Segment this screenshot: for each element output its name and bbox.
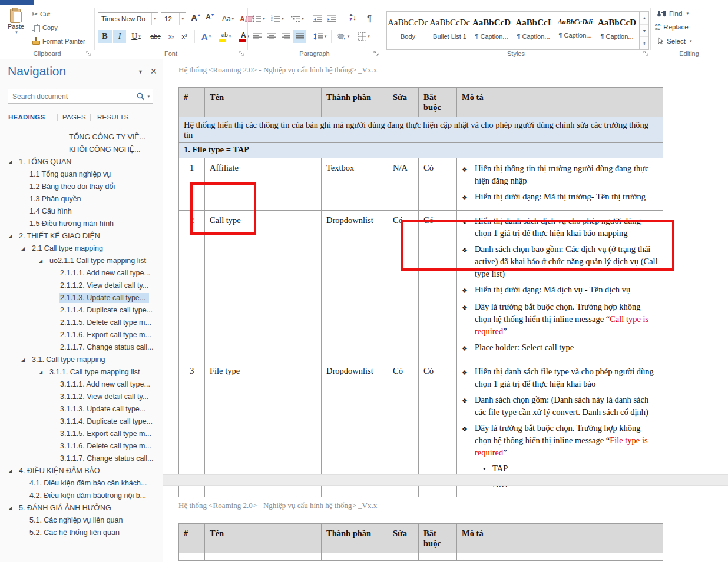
nav-tree-item[interactable]: 3.1.1.4. Duplicate call type...: [0, 415, 163, 428]
collapse-arrow-icon[interactable]: ◢: [39, 366, 42, 378]
style-item[interactable]: AaBbCcDcBullet List 1: [429, 12, 471, 49]
nav-tree-item[interactable]: ◢uo2.1.1 Call type mapping list: [0, 255, 163, 267]
nav-tree-item[interactable]: 3.1.1.1. Add new call type...: [0, 378, 163, 391]
line-spacing-button[interactable]: ▾: [311, 30, 329, 43]
pilcrow-button[interactable]: ¶: [363, 11, 376, 24]
nav-tree-item[interactable]: 2.1.1.2. View detail call ty...: [0, 280, 163, 292]
nav-tree-item[interactable]: 5.1. Các nghiệp vụ liên quan: [0, 514, 163, 527]
collapse-arrow-icon[interactable]: ◢: [8, 230, 12, 242]
search-options-arrow-icon[interactable]: ▾: [147, 94, 150, 99]
paste-dropdown-arrow-icon[interactable]: ▾: [15, 30, 18, 35]
text-highlight-button[interactable]: ab ▾: [217, 30, 236, 43]
bold-button[interactable]: B: [98, 30, 112, 43]
nav-tree-item[interactable]: 2.1.1.4. Duplicate call type...: [0, 304, 163, 317]
nav-tree-item[interactable]: ◢2. THIẾT KẾ GIAO DIỆN: [0, 230, 163, 242]
collapse-arrow-icon[interactable]: ◢: [21, 242, 25, 255]
underline-button[interactable]: U▾: [127, 30, 145, 43]
change-case-button[interactable]: Aa▾: [219, 12, 237, 25]
document-area[interactable]: Hệ thống <Roaming 2.0> - Nghiệp vụ cấu h…: [163, 59, 728, 562]
shading-button[interactable]: ▾: [333, 30, 352, 43]
tab-headings[interactable]: HEADINGS: [8, 114, 45, 121]
italic-button[interactable]: I: [113, 30, 126, 43]
sort-button[interactable]: AZ ↓: [345, 11, 361, 24]
style-item[interactable]: AaBbCcDcBody: [387, 12, 429, 49]
align-center-button[interactable]: [265, 30, 278, 43]
nav-tree-item[interactable]: ◢3.1.1. Call type mapping list: [0, 366, 163, 378]
nav-tree-item[interactable]: 1.2 Bảng theo dõi thay đổi: [0, 181, 163, 193]
collapse-arrow-icon[interactable]: ◢: [8, 502, 12, 514]
nav-tree-item[interactable]: ◢5. ĐÁNH GIÁ ẢNH HƯỞNG: [0, 502, 163, 514]
tab-pages[interactable]: PAGES: [62, 114, 86, 121]
nav-tree-item[interactable]: TỔNG CÔNG TY VIỄ...: [0, 131, 163, 144]
grow-font-button[interactable]: A▲: [190, 12, 203, 25]
nav-tree-item[interactable]: 2.1.1.6. Export call type m...: [0, 329, 163, 341]
collapse-arrow-icon[interactable]: ◢: [8, 156, 12, 168]
tab-results[interactable]: RESULTS: [97, 114, 129, 121]
style-item[interactable]: AaBbCcD¶ Caption...: [596, 12, 638, 49]
nav-tree-item[interactable]: 1.4 Cấu hình: [0, 205, 163, 218]
collapse-arrow-icon[interactable]: ◢: [8, 465, 12, 477]
cut-button[interactable]: ✂ Cut: [32, 10, 50, 18]
font-size-combobox[interactable]: 12 ▾: [161, 12, 186, 25]
style-item[interactable]: AaBbCcDdi¶ Caption...: [554, 12, 596, 49]
styles-scroll-down-icon[interactable]: ▼: [640, 25, 648, 38]
align-left-button[interactable]: [251, 30, 264, 43]
search-icon[interactable]: [137, 92, 145, 101]
nav-tree-item[interactable]: 1.3 Phân quyền: [0, 193, 163, 205]
copy-button[interactable]: Copy: [32, 24, 58, 31]
search-document-input[interactable]: Search document ▾: [8, 89, 153, 104]
font-size-dropdown-icon[interactable]: ▾: [179, 13, 184, 25]
decrease-indent-button[interactable]: [311, 12, 325, 25]
style-item[interactable]: AaBbCcD¶ Caption...: [471, 12, 512, 49]
styles-scroll-up-icon[interactable]: ▲: [640, 12, 648, 25]
nav-tree-item[interactable]: 3.1.1.2. View detail call ty...: [0, 391, 163, 403]
find-button[interactable]: Find▾: [657, 10, 689, 17]
nav-tree-item[interactable]: ◢1. TỔNG QUAN: [0, 156, 163, 168]
styles-dialog-launcher-icon[interactable]: [643, 51, 649, 56]
superscript-button[interactable]: x²: [178, 30, 191, 43]
nav-tree-item[interactable]: 4.1. Điều kiện đảm bảo cần khách...: [0, 477, 163, 490]
nav-tree-item[interactable]: 2.1.1.3. Update call type...: [0, 292, 163, 304]
replace-button[interactable]: abac Replace: [655, 24, 689, 31]
font-name-combobox[interactable]: Times New Ro ▾: [98, 12, 158, 25]
bullets-button[interactable]: ▾: [251, 12, 266, 25]
strikethrough-button[interactable]: abc: [147, 30, 164, 43]
collapse-arrow-icon[interactable]: ◢: [39, 255, 42, 267]
nav-tree-item[interactable]: 3.1.1.5. Export call type m...: [0, 428, 163, 440]
paste-button[interactable]: Paste ▾: [4, 8, 28, 45]
paragraph-dialog-launcher-icon[interactable]: [373, 51, 379, 56]
font-dialog-launcher-icon[interactable]: [239, 51, 245, 56]
nav-tree-item[interactable]: 3.1.1.3. Update call type...: [0, 403, 163, 415]
text-effects-button[interactable]: A▾: [198, 30, 214, 43]
nav-tree-item[interactable]: ◢2.1 Call type mapping: [0, 242, 163, 255]
collapse-arrow-icon[interactable]: ◢: [21, 354, 25, 366]
nav-tree-item[interactable]: 4.2. Điều kiện đảm báotrong nội b...: [0, 490, 163, 502]
nav-tree-item[interactable]: 5.2. Các hệ thống liên quan: [0, 527, 163, 539]
file-tab-stub[interactable]: [0, 0, 34, 5]
nav-tree-item[interactable]: ◢3.1. Call type mapping: [0, 354, 163, 366]
numbering-button[interactable]: 12▾: [269, 12, 286, 25]
nav-tree-item[interactable]: 2.1.1.5. Delete call type m...: [0, 317, 163, 329]
multilevel-list-button[interactable]: ▾: [289, 12, 306, 25]
shrink-font-button[interactable]: A▼: [204, 12, 217, 25]
align-right-button[interactable]: [279, 30, 292, 43]
nav-tree-item[interactable]: 3.1.1.6. Delete call type m...: [0, 440, 163, 453]
borders-button[interactable]: ▾: [355, 30, 373, 43]
nav-tree-item[interactable]: 3.1.1.7. Change status call...: [0, 453, 163, 465]
clipboard-dialog-launcher-icon[interactable]: [86, 51, 92, 56]
nav-tree-item[interactable]: ◢4. ĐIỀU KIỆN ĐẢM BẢO: [0, 465, 163, 477]
style-item[interactable]: AaBbCcI¶ Caption...: [512, 12, 554, 49]
nav-tree-item[interactable]: 1.1 Tổng quan nghiệp vụ: [0, 168, 163, 181]
navigation-pane-options-icon[interactable]: ▼: [138, 69, 143, 75]
nav-tree-item[interactable]: KHỐI CÔNG NGHỆ...: [0, 144, 163, 156]
increase-indent-button[interactable]: [325, 12, 339, 25]
select-button[interactable]: Select▾: [657, 37, 691, 45]
nav-tree-item[interactable]: 1.5 Điều hướng màn hình: [0, 218, 163, 230]
subscript-button[interactable]: x₂: [165, 30, 178, 43]
justify-button[interactable]: [293, 30, 306, 43]
format-painter-button[interactable]: Format Painter: [32, 37, 85, 45]
styles-gallery-more-icon[interactable]: ⇟: [640, 37, 648, 49]
nav-tree-item[interactable]: 2.1.1.7. Change status call...: [0, 341, 163, 354]
nav-tree-item[interactable]: 2.1.1.1. Add new call type...: [0, 267, 163, 280]
font-name-dropdown-icon[interactable]: ▾: [151, 13, 156, 25]
